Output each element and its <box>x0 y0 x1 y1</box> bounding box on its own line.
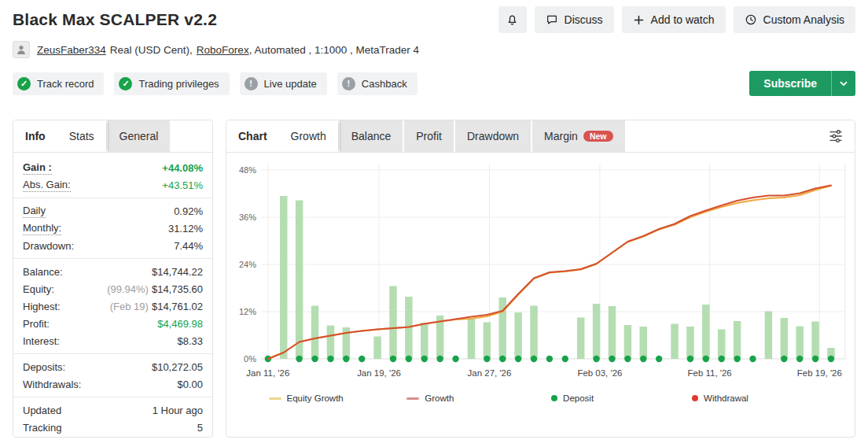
chart-tab-label: Growth <box>291 130 326 142</box>
stat-label: Profit: <box>23 318 50 330</box>
stat-value: 1 Hour ago <box>153 405 203 416</box>
discuss-button[interactable]: Discuss <box>535 6 614 33</box>
stat-value: +44.08% <box>162 162 203 174</box>
add-to-watch-button[interactable]: Add to watch <box>622 6 726 33</box>
svg-text:Feb 11, '26: Feb 11, '26 <box>688 368 732 378</box>
chart-tab-label: Chart <box>238 130 267 142</box>
chart-tab-label: Drawdown <box>467 130 519 142</box>
stat-label: Gain : <box>23 161 52 175</box>
stat-group: Daily0.92%Monthly:31.12%Drawdown:7.44% <box>13 198 212 258</box>
header: Black Max SCALPER v2.2 Discuss <box>13 0 855 34</box>
chart-tab-margin[interactable]: MarginNew <box>532 120 624 152</box>
svg-text:48%: 48% <box>239 165 256 175</box>
exclamation-circle-icon: ! <box>342 77 355 91</box>
subscribe-button[interactable]: Subscribe <box>749 71 855 96</box>
account-info-row: ZeusFaber334 Real (USD Cent), RoboForex … <box>13 40 855 59</box>
chart-tab-profit[interactable]: Profit <box>404 120 454 152</box>
custom-analysis-button[interactable]: Custom Analysis <box>734 6 855 33</box>
svg-text:0%: 0% <box>244 354 256 364</box>
username-link[interactable]: ZeusFaber334 <box>37 44 106 56</box>
svg-text:36%: 36% <box>239 212 256 222</box>
chart-tab-growth[interactable]: Growth <box>279 120 338 152</box>
stat-label: Abs. Gain: <box>23 179 71 192</box>
stat-value: (99.94%)$14,735.60 <box>107 283 203 295</box>
legend-item-growth[interactable]: Growth <box>406 393 454 403</box>
stat-row-abs-gain: Abs. Gain:+43.51% <box>23 176 203 194</box>
chart-tab-drawdown[interactable]: Drawdown <box>455 120 531 152</box>
stat-value: $0.00 <box>177 379 203 390</box>
stats-tab-general[interactable]: General <box>108 120 171 152</box>
stat-row-daily: Daily0.92% <box>23 202 203 220</box>
chart-panel: ChartGrowthBalanceProfitDrawdownMarginNe… <box>226 120 855 438</box>
legend-item-equity-growth[interactable]: Equity Growth <box>269 393 344 403</box>
stat-label: Deposits: <box>23 361 65 373</box>
plus-icon <box>633 14 645 26</box>
stat-label: Highest: <box>23 301 61 312</box>
avatar <box>13 41 30 58</box>
badge-cashback[interactable]: !Cashback <box>337 72 417 95</box>
legend-label: Growth <box>425 393 454 403</box>
new-badge: New <box>583 131 613 142</box>
chevron-down-icon[interactable] <box>831 71 855 96</box>
chart-tabs: ChartGrowthBalanceProfitDrawdownMarginNe… <box>226 120 855 153</box>
stat-value-number: 31.12% <box>168 223 203 235</box>
stats-tab-label: Stats <box>69 130 94 142</box>
svg-text:Jan 11, '26: Jan 11, '26 <box>246 368 289 378</box>
chart-filter-button[interactable] <box>817 120 855 152</box>
stat-value-prefix: (99.94%) <box>107 283 149 295</box>
legend-item-deposit[interactable]: Deposit <box>551 393 594 403</box>
stats-tab-stats[interactable]: Stats <box>57 120 106 152</box>
legend-line-swatch <box>406 397 419 400</box>
stat-row-tracking: Tracking5 <box>23 419 203 436</box>
stat-label: Drawdown: <box>23 240 74 252</box>
svg-text:24%: 24% <box>239 260 256 269</box>
badge-label: Trading privileges <box>138 78 219 90</box>
stat-value-number: $8.33 <box>177 335 203 347</box>
stat-value-number: +44.08% <box>162 162 203 174</box>
stat-group: Deposits:$10,272.05Withdrawals:$0.00 <box>13 353 212 397</box>
stat-value: +43.51% <box>162 179 203 191</box>
stat-label: Monthly: <box>23 222 61 235</box>
legend-label: Equity Growth <box>287 393 344 403</box>
stat-row-drawdown: Drawdown:7.44% <box>23 237 203 254</box>
chat-bubble-icon <box>546 13 558 26</box>
stat-value: $4,469.98 <box>157 318 203 330</box>
svg-text:12%: 12% <box>239 307 256 316</box>
chart-tab-label: Balance <box>351 130 392 142</box>
badge-trading-privileges[interactable]: ✓Trading privileges <box>114 72 229 95</box>
legend-item-withdrawal[interactable]: Withdrawal <box>692 393 748 403</box>
stat-value: 5 <box>197 422 203 434</box>
stat-value: $14,744.22 <box>152 266 203 278</box>
growth-chart[interactable]: 0%12%24%36%48%Jan 11, '26Jan 19, '26Jan … <box>226 153 855 386</box>
stat-row-profit: Profit:$4,469.98 <box>23 315 203 332</box>
bell-icon <box>506 13 519 27</box>
filter-settings-icon <box>828 128 844 144</box>
chart-tab-balance[interactable]: Balance <box>340 120 403 152</box>
stat-value: 31.12% <box>168 223 203 235</box>
stat-label: Balance: <box>23 266 63 278</box>
stat-row-monthly: Monthly:31.12% <box>23 220 203 237</box>
daily-bars-group <box>280 196 835 359</box>
stat-value-number: +43.51% <box>162 179 203 191</box>
legend-line-swatch <box>269 397 281 400</box>
custom-analysis-label: Custom Analysis <box>763 13 844 26</box>
stat-value-number: $14,761.02 <box>152 301 203 312</box>
account-page: Black Max SCALPER v2.2 Discuss <box>0 0 868 447</box>
stats-tab-info[interactable]: Info <box>13 120 57 152</box>
stat-value-number: $14,744.22 <box>152 266 203 278</box>
exclamation-circle-icon: ! <box>245 77 258 91</box>
stats-body: Gain :+44.08%Abs. Gain:+43.51%Daily0.92%… <box>13 153 212 440</box>
chart-tab-chart[interactable]: Chart <box>226 120 279 152</box>
notifications-bell-button[interactable] <box>498 6 527 33</box>
stat-label: Interest: <box>23 335 60 347</box>
stat-label: Withdrawals: <box>23 379 81 390</box>
discuss-label: Discuss <box>565 13 603 26</box>
badge-live-update[interactable]: !Live update <box>240 72 327 95</box>
growth-line <box>268 186 831 360</box>
stat-row-gain: Gain :+44.08% <box>23 159 203 176</box>
stat-row-balance: Balance:$14,744.22 <box>23 263 203 280</box>
badge-track-record[interactable]: ✓Track record <box>13 72 104 95</box>
stat-row-deposits: Deposits:$10,272.05 <box>23 358 203 375</box>
broker-link[interactable]: RoboForex <box>197 44 249 56</box>
stat-value-number: $10,272.05 <box>152 361 203 373</box>
